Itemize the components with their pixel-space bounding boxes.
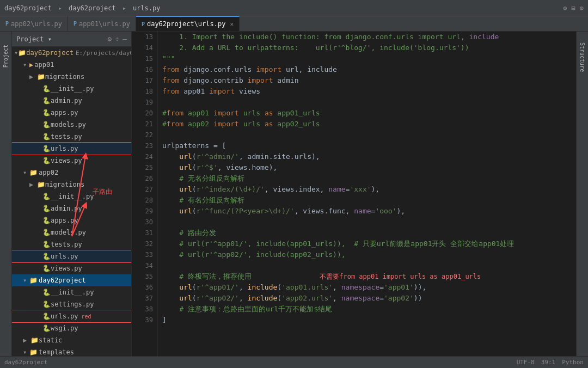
py-icon: 🐍 [42, 193, 51, 200]
title-bar: day62project ▸ day62project ▸ urls.py ⚙ … [0, 0, 588, 16]
py-icon: 🐍 [42, 85, 51, 93]
file-label: urls.py [51, 312, 78, 320]
tree-app02-models[interactable]: 🐍 models.py [12, 226, 131, 238]
code-line-13: 1. Import the include() function: from d… [162, 32, 572, 42]
file-label: __init__.py [51, 193, 94, 200]
tree-app01-apps[interactable]: 🐍 apps.py [12, 107, 131, 119]
code-line-38: # 注意事项：总路由里面的url千万不能加$结尾 [162, 304, 572, 315]
code-line-20: #from app01 import urls as app01_urls [162, 108, 572, 119]
structure-label[interactable]: Structure [579, 42, 585, 72]
code-line-18: from app01 import views [162, 86, 572, 97]
file-label: wsgi.py [51, 324, 78, 332]
py-icon: 🐍 [42, 289, 51, 296]
project-panel: Project ▾ ⚙ ÷ – ▾ 📁 day62project E:/proj… [12, 32, 132, 356]
tab-label: day62project\urls.py [147, 20, 226, 28]
tree-app01-admin[interactable]: 🐍 admin.py [12, 95, 131, 107]
py-icon: P [5, 21, 9, 27]
file-label: models.py [51, 229, 86, 236]
lang-info: Python [562, 359, 584, 366]
close-icon[interactable]: ✕ [230, 21, 234, 28]
py-icon: 🐍 [42, 312, 51, 320]
tree-day62project[interactable]: ▾ 📁 day62project [12, 274, 131, 286]
py-icon: 🐍 [42, 324, 51, 332]
panel-gear-icon[interactable]: ⚙ [108, 35, 112, 43]
panel-collapse-icon[interactable]: – [122, 35, 127, 43]
file-label: admin.py [51, 97, 82, 105]
tree-day62-init[interactable]: 🐍 __init__.py [12, 286, 131, 298]
title-sep1: ▸ [58, 4, 62, 12]
tree-templates[interactable]: ▾ 📁 templates [12, 346, 131, 356]
tree-app02-apps[interactable]: 🐍 apps.py [12, 214, 131, 226]
file-label: tests.py [51, 133, 82, 140]
file-label: __init__.py [51, 289, 94, 296]
split-icon[interactable]: ⊟ [572, 4, 575, 12]
file-label: urls.py [51, 145, 78, 152]
tab-app02-urls[interactable]: P app02\urls.py [0, 16, 68, 31]
settings-icon[interactable]: ⚙ [563, 4, 567, 12]
tree-root[interactable]: ▾ 📁 day62project E:/projects/day62projec… [12, 47, 131, 59]
code-line-23: urlpatterns = [ [162, 140, 572, 151]
file-tree: ▾ 📁 day62project E:/projects/day62projec… [12, 47, 131, 356]
expand-arrow: ▾ [23, 277, 29, 284]
tree-app01-migrations[interactable]: ▶ 📁 migrations [12, 71, 131, 83]
code-line-30 [162, 217, 572, 228]
tab-day62-urls[interactable]: P day62project\urls.py ✕ [136, 16, 240, 31]
tree-app02-admin[interactable]: 🐍 admin.py [12, 203, 131, 214]
folder-icon: ▶ [29, 61, 33, 69]
tree-app01-urls[interactable]: 🐍 urls.py [12, 143, 131, 155]
folder-icon: 📁 [29, 277, 38, 284]
folder-label: templates [39, 348, 74, 356]
tree-app01-views[interactable]: 🐍 views.py [12, 155, 131, 167]
py-icon: 🐍 [42, 229, 51, 236]
tree-static[interactable]: ▶ 📁 static [12, 334, 131, 346]
code-line-29: url(r'^func/(?P<year>\d+)/', views.func,… [162, 206, 572, 217]
title-project: day62project [4, 4, 52, 12]
tree-day62-urls[interactable]: 🐍 urls.py red [12, 310, 131, 322]
tree-app02[interactable]: ▾ 📁 app02 [12, 167, 131, 179]
code-line-24: url(r'^admin/', admin.site.urls), [162, 151, 572, 162]
code-line-17: from django.contrib import admin [162, 75, 572, 86]
panel-divider-icon[interactable]: ÷ [115, 35, 119, 43]
tab-bar: P app02\urls.py P app01\urls.py P day62p… [0, 16, 588, 32]
code-line-37: url(r'^app02/', include('app02.urls', na… [162, 293, 572, 304]
expand-arrow: ▶ [23, 336, 29, 344]
file-label: urls.py [51, 253, 78, 260]
expand-arrow: ▾ [23, 169, 29, 176]
code-editor[interactable]: 1. Import the include() function: from d… [158, 32, 576, 356]
tree-app02-migrations[interactable]: ▶ 📁 migrations [12, 179, 131, 191]
tree-app01-init[interactable]: 🐍 __init__.py [12, 83, 131, 95]
folder-label: app01 [34, 61, 54, 69]
code-line-28: # 有名分组反向解析 [162, 195, 572, 206]
tree-app02-tests[interactable]: 🐍 tests.py [12, 238, 131, 250]
sidebar-strip: Project [0, 32, 12, 356]
tree-app02-init[interactable]: 🐍 __init__.py [12, 191, 131, 203]
code-line-31: # 路由分发 [162, 228, 572, 238]
config-icon[interactable]: ⚙ [580, 4, 584, 12]
folder-icon: 📁 [29, 169, 38, 176]
code-line-14: 2. Add a URL to urlpatterns: url(r'^blog… [162, 42, 572, 53]
code-line-34 [162, 260, 572, 271]
tree-app01-tests[interactable]: 🐍 tests.py [12, 131, 131, 143]
project-strip-label[interactable]: Project [3, 45, 9, 68]
code-line-32: # url(r'^app01/', include(app01_urls)), … [162, 238, 572, 249]
folder-label: day62project [39, 277, 86, 284]
tree-day62-wsgi[interactable]: 🐍 wsgi.py [12, 322, 131, 334]
file-label: apps.py [51, 217, 78, 224]
tree-app01[interactable]: ▾ ▶ app01 [12, 59, 131, 71]
tree-app02-urls[interactable]: 🐍 urls.py [12, 250, 131, 262]
tree-day62-settings[interactable]: 🐍 settings.py [12, 298, 131, 310]
file-label: models.py [51, 121, 86, 128]
title-sep2: ▸ [122, 4, 126, 12]
tab-app01-urls[interactable]: P app01\urls.py [68, 16, 136, 31]
tree-app02-views[interactable]: 🐍 views.py [12, 262, 131, 274]
panel-header: Project ▾ ⚙ ÷ – [12, 32, 131, 47]
file-label: apps.py [51, 109, 78, 116]
py-icon: 🐍 [42, 205, 51, 212]
file-label: settings.py [51, 300, 94, 308]
tree-app01-models[interactable]: 🐍 models.py [12, 119, 131, 131]
editor-area: 1314151617 1819202122 2324252627 2829303… [132, 32, 576, 356]
code-line-16: from django.conf.urls import url, includ… [162, 64, 572, 75]
line-info: 39:1 [541, 359, 556, 366]
folder-label: app02 [39, 169, 58, 176]
code-line-15: """ [162, 53, 572, 64]
